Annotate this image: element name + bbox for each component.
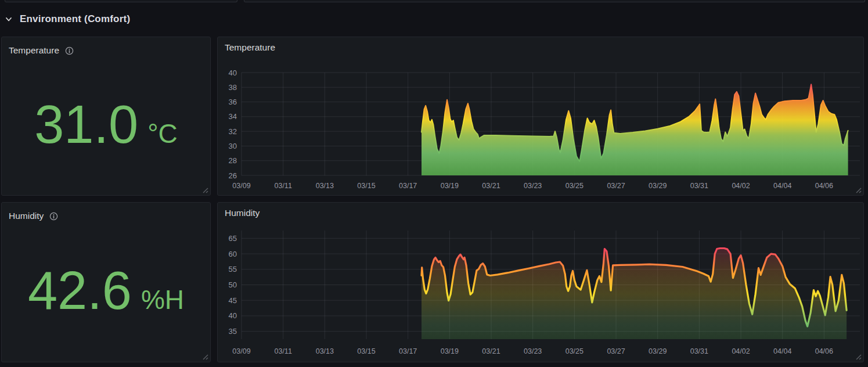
humidity-chart-svg: 3540455055606503/0903/1103/1303/1503/170… — [218, 203, 865, 363]
svg-text:03/27: 03/27 — [607, 182, 625, 190]
svg-text:35: 35 — [229, 327, 237, 336]
svg-text:03/11: 03/11 — [274, 182, 291, 190]
svg-text:03/13: 03/13 — [316, 347, 334, 355]
svg-text:04/06: 04/06 — [815, 347, 833, 355]
row-header-environment[interactable]: Environment (Comfort) — [5, 10, 130, 28]
humidity-unit: %H — [141, 286, 184, 313]
svg-text:03/09: 03/09 — [232, 347, 250, 355]
svg-text:60: 60 — [229, 250, 237, 258]
panel-title-temperature-stat[interactable]: Temperature — [9, 45, 59, 56]
svg-text:03/29: 03/29 — [649, 182, 667, 190]
svg-text:04/04: 04/04 — [773, 347, 791, 355]
svg-text:40: 40 — [229, 69, 237, 77]
svg-text:03/17: 03/17 — [399, 182, 417, 190]
panel-title-humidity-chart[interactable]: Humidity — [225, 208, 260, 218]
svg-text:03/15: 03/15 — [357, 347, 375, 355]
temperature-chart-svg: 262830323436384003/0903/1103/1303/1503/1… — [218, 37, 865, 196]
svg-text:03/25: 03/25 — [566, 347, 584, 355]
panel-resize-handle[interactable] — [854, 186, 862, 194]
humidity-value: 42.6 — [28, 264, 132, 317]
temperature-value: 31.0 — [34, 98, 138, 151]
svg-text:03/27: 03/27 — [607, 347, 625, 355]
partial-panel-edge — [244, 0, 865, 2]
svg-text:36: 36 — [229, 98, 237, 106]
svg-text:34: 34 — [229, 112, 237, 121]
svg-text:03/13: 03/13 — [316, 182, 334, 190]
svg-text:03/15: 03/15 — [357, 182, 375, 190]
svg-text:03/23: 03/23 — [524, 347, 542, 355]
svg-text:50: 50 — [229, 280, 237, 289]
svg-text:03/25: 03/25 — [566, 182, 584, 190]
chevron-down-icon[interactable] — [5, 15, 13, 23]
svg-text:45: 45 — [229, 296, 237, 305]
svg-text:40: 40 — [229, 311, 237, 320]
humidity-chart[interactable]: 3540455055606503/0903/1103/1303/1503/170… — [218, 203, 863, 362]
svg-text:03/29: 03/29 — [649, 347, 667, 355]
svg-text:28: 28 — [229, 156, 237, 165]
svg-text:03/09: 03/09 — [232, 182, 250, 190]
svg-text:55: 55 — [229, 265, 237, 274]
svg-text:03/19: 03/19 — [441, 182, 459, 190]
panel-resize-handle[interactable] — [854, 352, 862, 361]
svg-text:04/04: 04/04 — [773, 182, 791, 190]
svg-text:03/19: 03/19 — [441, 347, 459, 355]
panel-temperature-chart: 262830323436384003/0903/1103/1303/1503/1… — [217, 37, 864, 196]
temperature-unit: °C — [147, 120, 178, 147]
svg-text:03/23: 03/23 — [524, 182, 542, 190]
panel-title-temperature-chart[interactable]: Temperature — [225, 42, 275, 52]
info-icon[interactable] — [49, 212, 58, 221]
panel-humidity-chart: 3540455055606503/0903/1103/1303/1503/170… — [217, 202, 864, 362]
info-icon[interactable] — [65, 46, 74, 55]
svg-text:65: 65 — [229, 234, 237, 243]
svg-text:03/11: 03/11 — [274, 347, 291, 355]
panel-title-humidity-stat[interactable]: Humidity — [9, 211, 44, 221]
svg-text:30: 30 — [229, 142, 237, 150]
svg-text:04/06: 04/06 — [815, 182, 833, 190]
svg-text:03/31: 03/31 — [690, 182, 708, 190]
panel-humidity-stat: Humidity 42.6 %H — [1, 202, 211, 362]
partial-panel-edge — [5, 0, 237, 2]
panel-resize-handle[interactable] — [201, 186, 209, 194]
svg-text:32: 32 — [229, 127, 237, 136]
row-title[interactable]: Environment (Comfort) — [20, 13, 130, 25]
svg-text:38: 38 — [229, 83, 237, 92]
svg-text:04/02: 04/02 — [732, 182, 750, 190]
svg-text:26: 26 — [229, 171, 237, 180]
panel-temperature-stat: Temperature 31.0 °C — [1, 37, 211, 196]
svg-text:04/02: 04/02 — [732, 347, 750, 355]
panel-resize-handle[interactable] — [201, 352, 209, 361]
grafana-dashboard: { "colors": { "page_bg": "#111217", "pan… — [0, 0, 868, 367]
svg-text:03/17: 03/17 — [399, 347, 417, 355]
temperature-chart[interactable]: 262830323436384003/0903/1103/1303/1503/1… — [218, 37, 863, 195]
svg-text:03/31: 03/31 — [690, 347, 708, 355]
svg-text:03/21: 03/21 — [482, 347, 500, 355]
svg-text:03/21: 03/21 — [482, 182, 500, 190]
